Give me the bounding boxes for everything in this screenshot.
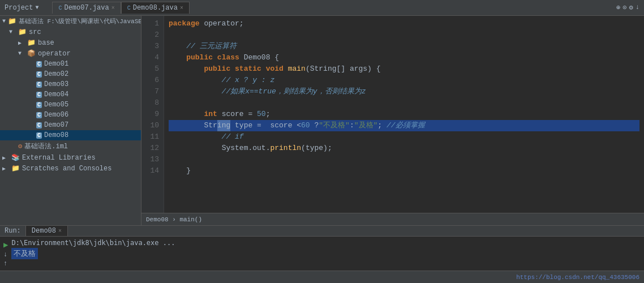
code-line-8 — [169, 97, 639, 109]
code-line-3: // 三元运算符 — [169, 41, 639, 52]
comment-line6: // x ? y : z — [169, 75, 274, 86]
sidebar-item-scratches[interactable]: ▶ 📁 Scratches and Consoles — [0, 163, 141, 174]
sidebar-item-demo06[interactable]: C Demo06 — [0, 110, 141, 120]
sidebar-item-demo01[interactable]: C Demo01 — [0, 59, 141, 69]
code-line-7: //如果x==true，则结果为y，否则结果为z — [169, 86, 639, 97]
code-line-14: } — [169, 165, 639, 177]
bottom-content: ▶ ↓ ↑ D:\Environment\jdk8\jdk\bin\java.e… — [0, 237, 644, 271]
sidebar-item-operator[interactable]: ▼ 📦 operator — [0, 48, 141, 59]
tab-demo08-run[interactable]: Demo08 × — [26, 226, 68, 236]
breadcrumb-bar: Demo08 › main() — [141, 213, 644, 225]
keyword-package: package — [169, 18, 200, 29]
code-text: ; — [377, 120, 387, 131]
play-button[interactable]: ▶ — [3, 240, 8, 250]
editor-tab-bar: C Demo07.java × C Demo08.java × — [52, 2, 190, 14]
code-selected-text: ing — [217, 120, 230, 131]
sidebar-item-external-libs[interactable]: ▶ 📚 External Libraries — [0, 152, 141, 163]
cls-string2: Str — [204, 120, 217, 131]
sidebar-item-demo07[interactable]: C Demo07 — [0, 120, 141, 130]
step-over-button[interactable]: ↓ — [3, 251, 8, 259]
tab-demo07-icon: C — [58, 5, 62, 11]
icon-settings[interactable]: ⚙ — [629, 3, 633, 12]
project-label[interactable]: Project — [5, 4, 33, 12]
class-icon: C — [36, 112, 42, 118]
chevron-right-icon: ▶ — [2, 165, 9, 172]
tab-demo07-label: Demo07.java — [64, 4, 109, 12]
code-text: ; — [266, 109, 271, 120]
dropdown-icon[interactable]: ▼ — [35, 5, 38, 11]
tab-demo08-icon: C — [127, 5, 131, 11]
line-num-10: 10 — [141, 120, 159, 131]
line-num-8: 8 — [141, 97, 159, 109]
icon-build[interactable]: ⊙ — [622, 3, 626, 12]
sidebar-item-demo04[interactable]: C Demo04 — [0, 89, 141, 100]
code-text — [169, 143, 222, 154]
sidebar-item-demo05[interactable]: C Demo05 — [0, 100, 141, 110]
sidebar-demo05-label: Demo05 — [44, 101, 68, 109]
sidebar-item-demo02[interactable]: C Demo02 — [0, 69, 141, 79]
kw-public2: public — [169, 63, 235, 75]
tab-demo07[interactable]: C Demo07.java × — [52, 2, 121, 14]
class-icon: C — [36, 92, 42, 98]
line-num-12: 12 — [141, 143, 159, 154]
breadcrumb: Demo08 › main() — [146, 216, 202, 223]
code-text: : — [350, 120, 354, 131]
code-text: [] args) { — [337, 63, 381, 75]
class-icon: C — [36, 122, 42, 128]
sidebar-item-root[interactable]: ▼ 📁 基础语法 F:\级管理\网课班\代码\JavaSE\基础 — [0, 16, 141, 27]
sidebar-item-base[interactable]: ▶ 📁 base — [0, 37, 141, 48]
folder-icon: 📁 — [8, 17, 16, 25]
package-icon: 📦 — [27, 49, 36, 58]
sidebar-scratches-label: Scratches and Consoles — [22, 165, 111, 173]
sidebar-src-label: src — [29, 28, 41, 36]
code-text: operator; — [200, 18, 244, 29]
code-line-5: public static void main(String[] args) { — [169, 63, 639, 75]
chevron-down-icon: ▼ — [9, 29, 16, 35]
num-60: 60 — [301, 120, 310, 131]
line-num-14: 14 — [141, 165, 159, 177]
code-line-13 — [169, 154, 639, 165]
code-text: type = score < — [230, 120, 301, 131]
editor-content: 1 2 3 ▶4 ▶5 6 7 8 9 10 11 12 13 14 — [141, 16, 644, 213]
sidebar-item-demo08[interactable]: C Demo08 — [0, 130, 141, 140]
icon-sync[interactable]: ⊕ — [616, 3, 620, 12]
tab-demo08[interactable]: C Demo08.java × — [121, 2, 190, 14]
line-num-11: 11 — [141, 131, 159, 143]
kw-static: static — [235, 63, 266, 75]
str-pass: "及格" — [354, 120, 378, 131]
sidebar-demo08-label: Demo08 — [44, 131, 68, 139]
code-area[interactable]: package operator; // 三元运算符 public class … — [164, 16, 644, 213]
icon-download[interactable]: ↓ — [636, 3, 639, 12]
run-tab-close[interactable]: × — [58, 228, 62, 234]
str-fail: "不及格" — [319, 120, 350, 131]
folder-icon: 📁 — [11, 164, 20, 173]
chevron-right-icon: ▶ — [2, 155, 9, 161]
run-tab-label: Demo08 — [32, 227, 56, 235]
sidebar-demo03-label: Demo03 — [44, 80, 68, 88]
sidebar-item-demo03[interactable]: C Demo03 — [0, 79, 141, 89]
sidebar-item-src[interactable]: ▼ 📁 src — [0, 27, 141, 37]
console-output: D:\Environment\jdk8\jdk\bin\java.exe ...… — [11, 239, 642, 259]
code-line-4: public class Demo08 { — [169, 52, 639, 63]
num-50: 50 — [257, 109, 266, 120]
lib-icon: 📚 — [11, 153, 20, 162]
sidebar-item-iml[interactable]: ⚙ 基础语法.iml — [0, 140, 141, 152]
editor-area: 1 2 3 ▶4 ▶5 6 7 8 9 10 11 12 13 14 — [141, 16, 644, 225]
comment-if: // if — [169, 131, 244, 143]
code-text: . — [266, 143, 271, 154]
tab-demo07-close[interactable]: × — [111, 5, 115, 11]
line-num-7: 7 — [141, 86, 159, 97]
step-up-button[interactable]: ↑ — [3, 260, 8, 268]
tab-demo08-close[interactable]: × — [180, 5, 183, 11]
sidebar-base-label: base — [38, 39, 54, 47]
line-num-4: ▶4 — [141, 52, 159, 63]
line-num-9: 9 — [141, 109, 159, 120]
comment-line3: // 三元运算符 — [169, 41, 237, 52]
code-line-10: String type = score <60 ?"不及格":"及格"; //必… — [169, 120, 639, 131]
sidebar-iml-label: 基础语法.iml — [24, 142, 68, 151]
code-line-12: System.out.println(type); — [169, 143, 639, 154]
code-text: ( — [306, 63, 310, 75]
code-text: } — [169, 165, 191, 177]
cn-out: out — [252, 143, 265, 154]
console-path: D:\Environment\jdk8\jdk\bin\java.exe ... — [11, 239, 642, 247]
